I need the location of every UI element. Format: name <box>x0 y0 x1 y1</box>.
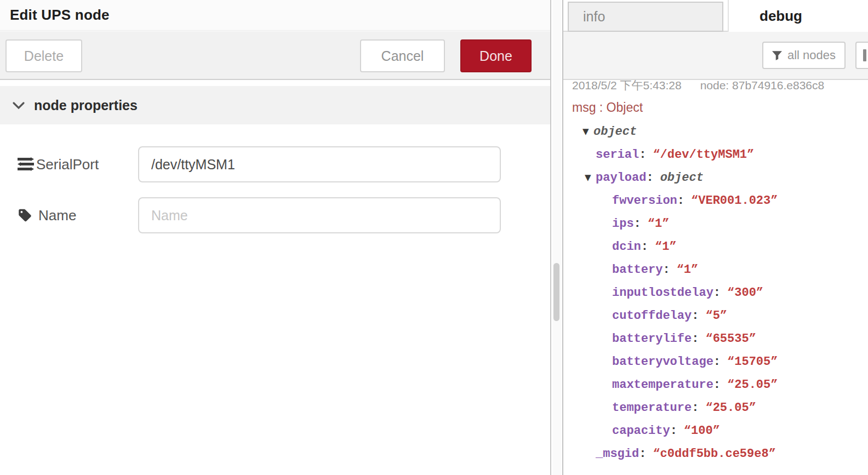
debug-colon: : <box>646 171 653 185</box>
debug-tree-row: ips:“1” <box>563 212 868 235</box>
debug-colon: : <box>639 447 646 461</box>
debug-key: maxtemperature <box>612 378 713 392</box>
debug-message-meta: 2018/5/2 下午5:43:28 node: 87b74916.e836c8 <box>563 80 868 95</box>
edit-dialog-header: Edit UPS node <box>0 0 550 31</box>
debug-value: “1” <box>648 217 670 231</box>
debug-colon: : <box>692 401 699 415</box>
sidebar-tabbar: info debug <box>563 0 868 32</box>
debug-key: fwversion <box>612 194 677 208</box>
debug-key: inputlostdelay <box>612 286 713 300</box>
debug-tree-row: capacity:“100” <box>563 419 868 442</box>
debug-tree-row: serial:“/dev/ttyMSM1” <box>563 143 868 166</box>
section-title: node properties <box>34 98 138 113</box>
serial-port-label: SerialPort <box>36 156 99 173</box>
collapse-arrow-icon[interactable]: ▼ <box>583 128 593 136</box>
debug-value: “100” <box>684 424 720 438</box>
edit-dialog-toolbar: Delete Cancel Done <box>0 31 550 80</box>
debug-colon: : <box>641 240 648 254</box>
collapse-arrow-icon[interactable]: ▼ <box>585 174 596 182</box>
debug-message-list: 2018/5/2 下午5:43:28 node: 87b74916.e836c8… <box>563 80 868 475</box>
debug-key: serial <box>596 148 639 162</box>
debug-toolbar: all nodes <box>563 32 868 80</box>
debug-key: cutoffdelay <box>612 309 692 323</box>
debug-value: “300” <box>727 286 763 300</box>
debug-tree-row: temperature:“25.05” <box>563 396 868 419</box>
name-input[interactable] <box>138 197 501 233</box>
debug-type-label: object <box>593 125 637 139</box>
debug-colon: : <box>639 148 646 162</box>
debug-value: “1” <box>677 263 699 277</box>
page-title: Edit UPS node <box>10 7 110 24</box>
debug-tree: ▼objectserial:“/dev/ttyMSM1”▼payload:obj… <box>563 120 868 465</box>
debug-value: “25.05” <box>705 401 756 415</box>
debug-key: batteryvoltage <box>612 355 713 369</box>
debug-value: “5” <box>705 309 727 323</box>
debug-key: batterylife <box>612 332 692 346</box>
done-button[interactable]: Done <box>460 39 532 72</box>
debug-msg-path-label: msg : Object <box>572 100 643 115</box>
sidebar-panel: info debug all nodes 2018/5/2 下午5:43:28 … <box>562 0 868 475</box>
name-label: Name <box>38 207 76 224</box>
debug-colon: : <box>713 378 721 392</box>
panel-scrollbar-track[interactable] <box>552 0 561 475</box>
debug-tree-row: batterylife:“65535” <box>563 327 868 350</box>
debug-key: payload <box>596 171 646 185</box>
debug-colon: : <box>634 217 641 231</box>
debug-tree-row: dcin:“1” <box>563 235 868 258</box>
tag-icon <box>18 208 32 223</box>
debug-colon: : <box>663 263 670 277</box>
debug-filter-label: all nodes <box>787 48 836 62</box>
serial-port-row: SerialPort <box>0 146 550 182</box>
debug-value: “/dev/ttyMSM1” <box>653 148 754 162</box>
debug-key: temperature <box>612 401 692 415</box>
debug-value: “15705” <box>727 355 778 369</box>
funnel-icon <box>772 50 782 60</box>
debug-tree-row: _msgid:“c0ddf5bb.ce59e8” <box>563 442 868 465</box>
chevron-down-icon[interactable] <box>12 101 34 110</box>
tab-info[interactable]: info <box>568 2 723 32</box>
debug-tree-row: fwversion:“VER001.023” <box>563 189 868 212</box>
debug-value: “25.05” <box>727 378 778 392</box>
clear-debug-button-partial[interactable] <box>855 42 868 69</box>
debug-tree-row: inputlostdelay:“300” <box>563 281 868 304</box>
panel-scrollbar-thumb[interactable] <box>553 263 559 321</box>
debug-colon: : <box>713 355 721 369</box>
tab-debug-label: debug <box>760 8 802 25</box>
debug-colon: : <box>713 286 721 300</box>
debug-tree-row: maxtemperature:“25.05” <box>563 373 868 396</box>
edit-node-panel: Edit UPS node Delete Cancel Done node pr… <box>0 0 551 475</box>
debug-value: “65535” <box>705 332 756 346</box>
debug-value: “VER001.023” <box>691 194 778 208</box>
debug-node-id: node: 87b74916.e836c8 <box>700 80 825 92</box>
tab-info-label: info <box>583 9 605 25</box>
debug-tree-row: battery:“1” <box>563 258 868 281</box>
debug-tree-row[interactable]: ▼object <box>563 120 868 143</box>
debug-colon: : <box>692 332 699 346</box>
serial-port-icon <box>18 157 34 171</box>
debug-colon: : <box>670 424 677 438</box>
debug-type-label: object <box>660 171 704 185</box>
debug-key: capacity <box>612 424 670 438</box>
serial-port-input[interactable] <box>138 146 501 182</box>
debug-tree-row[interactable]: ▼payload:object <box>563 166 868 189</box>
debug-value: “c0ddf5bb.ce59e8” <box>653 447 775 461</box>
debug-key: dcin <box>612 240 641 254</box>
debug-filter-button[interactable]: all nodes <box>762 42 846 69</box>
debug-timestamp: 2018/5/2 下午5:43:28 <box>572 80 682 93</box>
delete-button[interactable]: Delete <box>5 39 82 72</box>
debug-tree-row: batteryvoltage:“15705” <box>563 350 868 373</box>
cancel-button[interactable]: Cancel <box>360 39 445 72</box>
debug-value: “1” <box>655 240 677 254</box>
clipped-icon <box>863 49 866 61</box>
debug-msg-path[interactable]: msg : Object <box>563 95 868 120</box>
debug-key: battery <box>612 263 663 277</box>
debug-key: ips <box>612 217 634 231</box>
debug-tree-row: cutoffdelay:“5” <box>563 304 868 327</box>
debug-key: _msgid <box>596 447 639 461</box>
debug-colon: : <box>677 194 684 208</box>
tab-debug[interactable]: debug <box>728 0 868 32</box>
node-properties-section-header[interactable]: node properties <box>0 86 550 124</box>
name-row: Name <box>0 197 550 233</box>
debug-colon: : <box>692 309 699 323</box>
